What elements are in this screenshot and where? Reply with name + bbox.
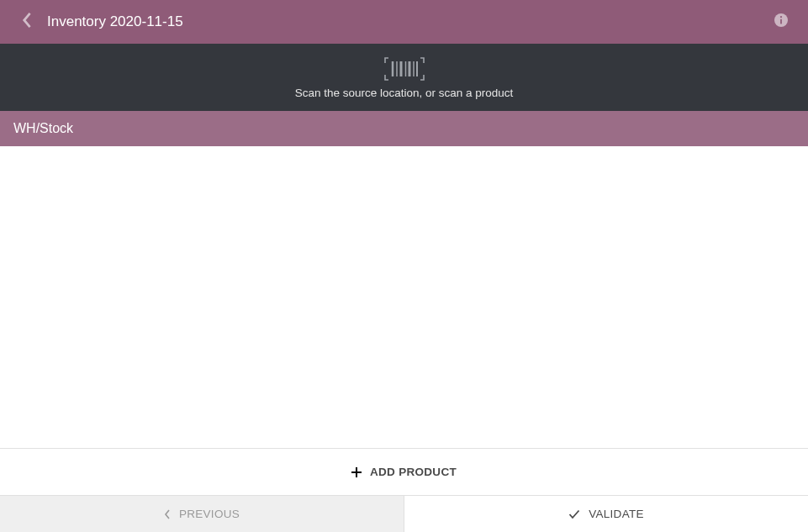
info-icon [774, 13, 788, 30]
svg-rect-1 [780, 19, 782, 24]
chevron-left-icon [22, 12, 33, 32]
add-product-label: ADD PRODUCT [370, 466, 457, 478]
location-name: WH/Stock [13, 121, 73, 136]
add-product-button[interactable]: ADD PRODUCT [0, 448, 808, 495]
barcode-icon [383, 56, 425, 82]
scan-instruction: Scan the source location, or scan a prod… [295, 87, 514, 99]
svg-rect-11 [351, 471, 362, 473]
previous-label: PREVIOUS [179, 508, 240, 520]
page-title: Inventory 2020-11-15 [47, 13, 768, 30]
plus-icon [351, 467, 362, 477]
location-bar[interactable]: WH/Stock [0, 111, 808, 146]
content-area [0, 146, 808, 448]
chevron-left-icon [164, 509, 171, 519]
scan-banner: Scan the source location, or scan a prod… [0, 44, 808, 111]
back-button[interactable] [13, 0, 40, 44]
svg-point-2 [780, 16, 782, 18]
bottom-actions: PREVIOUS VALIDATE [0, 495, 808, 532]
previous-button[interactable]: PREVIOUS [0, 496, 404, 532]
top-header: Inventory 2020-11-15 [0, 0, 808, 44]
validate-button[interactable]: VALIDATE [404, 496, 808, 532]
check-icon [568, 509, 580, 519]
validate-label: VALIDATE [589, 508, 644, 520]
info-button[interactable] [768, 0, 795, 44]
